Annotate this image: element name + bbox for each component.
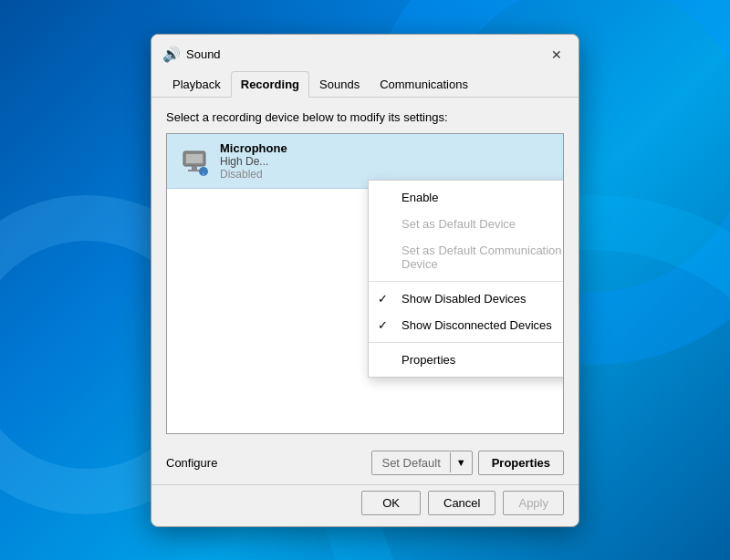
ctx-show-disconnected[interactable]: ✓ Show Disconnected Devices bbox=[369, 312, 564, 338]
ctx-show-disabled[interactable]: ✓ Show Disabled Devices bbox=[369, 285, 564, 312]
tab-sounds[interactable]: Sounds bbox=[309, 71, 370, 98]
dialog-title: Sound bbox=[186, 47, 221, 61]
device-icon-wrap: ↓ bbox=[176, 142, 213, 179]
svg-rect-3 bbox=[188, 170, 201, 171]
set-default-dropdown-arrow[interactable]: ▼ bbox=[450, 452, 472, 472]
ctx-show-disconnected-label: Show Disconnected Devices bbox=[402, 318, 552, 332]
dialog-footer: OK Cancel Apply bbox=[151, 484, 579, 526]
properties-button[interactable]: Properties bbox=[478, 451, 564, 475]
ctx-separator-2 bbox=[369, 342, 564, 343]
close-button[interactable]: ✕ bbox=[546, 44, 568, 66]
svg-rect-1 bbox=[186, 154, 203, 163]
device-list[interactable]: ↓ Microphone High De... Disabled Enable … bbox=[166, 133, 564, 434]
dialog-titlebar: 🔊 Sound ✕ bbox=[151, 35, 579, 66]
sound-dialog: 🔊 Sound ✕ Playback Recording Sounds Comm… bbox=[151, 34, 579, 527]
svg-text:↓: ↓ bbox=[202, 170, 205, 176]
tab-communications[interactable]: Communications bbox=[370, 71, 478, 98]
dialog-bottom-bar: Configure Set Default ▼ Properties bbox=[151, 443, 579, 484]
set-default-group: Set Default ▼ bbox=[371, 451, 472, 475]
sound-app-icon: 🔊 bbox=[162, 46, 181, 64]
dialog-body: Select a recording device below to modif… bbox=[151, 98, 579, 443]
ctx-separator-1 bbox=[369, 281, 564, 282]
ctx-set-default-comm: Set as Default Communication Device bbox=[369, 237, 564, 277]
ctx-enable[interactable]: Enable bbox=[369, 184, 564, 211]
apply-button[interactable]: Apply bbox=[503, 491, 564, 515]
dialog-overlay: 🔊 Sound ✕ Playback Recording Sounds Comm… bbox=[0, 0, 730, 560]
device-name: Microphone bbox=[220, 141, 287, 155]
ctx-set-default: Set as Default Device bbox=[369, 211, 564, 237]
device-sub2: Disabled bbox=[220, 168, 287, 181]
tab-recording[interactable]: Recording bbox=[231, 71, 309, 98]
check-show-disabled: ✓ bbox=[378, 292, 388, 306]
set-default-button[interactable]: Set Default bbox=[372, 451, 449, 474]
ok-button[interactable]: OK bbox=[361, 491, 421, 515]
instruction-text: Select a recording device below to modif… bbox=[166, 110, 564, 124]
tab-playback[interactable]: Playback bbox=[162, 71, 231, 98]
ctx-properties[interactable]: Properties bbox=[369, 347, 564, 373]
check-show-disconnected: ✓ bbox=[378, 318, 388, 332]
title-left: 🔊 Sound bbox=[162, 46, 221, 64]
device-info: Microphone High De... Disabled bbox=[220, 141, 287, 181]
svg-rect-2 bbox=[192, 166, 197, 170]
ctx-show-disabled-label: Show Disabled Devices bbox=[402, 292, 527, 306]
configure-link[interactable]: Configure bbox=[166, 456, 217, 470]
context-menu: Enable Set as Default Device Set as Defa… bbox=[368, 180, 564, 378]
microphone-icon: ↓ bbox=[180, 144, 209, 177]
bottom-right-controls: Set Default ▼ Properties bbox=[371, 451, 564, 475]
device-sub1: High De... bbox=[220, 155, 287, 168]
tabs-bar: Playback Recording Sounds Communications bbox=[151, 66, 579, 98]
cancel-button[interactable]: Cancel bbox=[428, 491, 495, 515]
